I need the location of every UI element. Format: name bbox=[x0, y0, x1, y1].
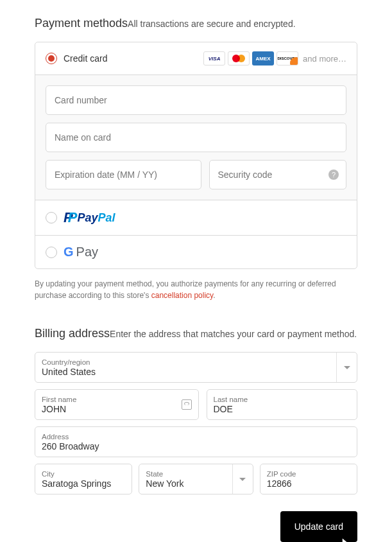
svg-marker-0 bbox=[342, 537, 357, 542]
paypal-icon: PP PayPal bbox=[64, 209, 115, 226]
option-credit-card[interactable]: Credit card VISA AMEX DISCOVER and more… bbox=[35, 42, 357, 75]
zip-field[interactable]: ZIP code bbox=[260, 464, 357, 494]
first-name-field[interactable]: First name bbox=[35, 389, 199, 420]
payment-methods-heading: Payment methodsAll transactions are secu… bbox=[35, 17, 357, 30]
payment-disclaimer: By updating your payment method, you aut… bbox=[35, 278, 357, 301]
city-input[interactable] bbox=[42, 478, 125, 489]
radio-paypal[interactable] bbox=[46, 212, 57, 223]
first-name-input[interactable] bbox=[42, 403, 179, 414]
country-value: United States bbox=[42, 366, 334, 377]
discover-icon: DISCOVER bbox=[277, 51, 298, 66]
security-code-input[interactable] bbox=[209, 160, 347, 189]
country-label: Country/region bbox=[42, 358, 334, 366]
country-select[interactable]: Country/region United States bbox=[35, 352, 357, 383]
amex-icon: AMEX bbox=[252, 51, 274, 66]
address-input[interactable] bbox=[42, 441, 350, 451]
cursor-icon bbox=[337, 534, 362, 542]
city-field[interactable]: City bbox=[35, 464, 132, 494]
card-number-input[interactable] bbox=[46, 85, 346, 115]
radio-google-pay[interactable] bbox=[46, 247, 57, 258]
state-select[interactable]: State New York bbox=[139, 464, 253, 494]
cancellation-policy-link[interactable]: cancellation policy bbox=[151, 291, 214, 300]
credit-card-fields: ? bbox=[35, 75, 357, 200]
billing-title: Billing address bbox=[35, 327, 110, 340]
google-pay-icon: G Pay bbox=[64, 245, 98, 259]
and-more-text: and more… bbox=[303, 54, 346, 64]
last-name-input[interactable] bbox=[214, 403, 351, 414]
zip-input[interactable] bbox=[267, 478, 350, 489]
payment-options-group: Credit card VISA AMEX DISCOVER and more…… bbox=[35, 42, 357, 269]
billing-heading: Billing addressEnter the address that ma… bbox=[35, 327, 357, 340]
visa-icon: VISA bbox=[203, 51, 225, 66]
help-icon[interactable]: ? bbox=[328, 170, 339, 180]
payment-methods-title: Payment methods bbox=[35, 17, 128, 30]
address-field[interactable]: Address bbox=[35, 426, 357, 457]
last-name-field[interactable]: Last name bbox=[207, 389, 358, 420]
option-google-pay[interactable]: G Pay bbox=[35, 236, 357, 268]
mastercard-icon bbox=[228, 51, 250, 66]
billing-subtitle: Enter the address that matches your card… bbox=[110, 329, 357, 339]
chevron-down-icon bbox=[232, 464, 253, 494]
state-value: New York bbox=[146, 478, 229, 489]
radio-credit-card[interactable] bbox=[46, 53, 57, 64]
expiration-input[interactable] bbox=[46, 160, 201, 189]
contact-card-icon bbox=[182, 399, 192, 410]
payment-methods-subtitle: All transactions are secure and encrypte… bbox=[128, 19, 295, 29]
name-on-card-input[interactable] bbox=[46, 123, 346, 152]
credit-card-label: Credit card bbox=[64, 53, 107, 64]
chevron-down-icon bbox=[336, 353, 357, 382]
option-paypal[interactable]: PP PayPal bbox=[35, 200, 357, 236]
card-brand-icons: VISA AMEX DISCOVER and more… bbox=[203, 51, 346, 66]
